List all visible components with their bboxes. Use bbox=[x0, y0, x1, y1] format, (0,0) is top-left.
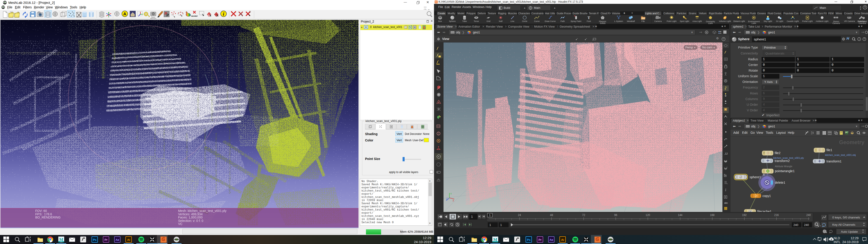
svg-text:48: 48 bbox=[550, 214, 553, 217]
svg-text:Ps: Ps bbox=[527, 238, 530, 242]
svg-text:216: 216 bbox=[774, 214, 779, 217]
svg-text:120: 120 bbox=[646, 214, 650, 217]
svg-text:file2: file2 bbox=[775, 151, 780, 155]
svg-text:transform2: transform2 bbox=[775, 159, 790, 163]
svg-text:copy1: copy1 bbox=[763, 194, 771, 198]
svg-text:MAYA: MAYA bbox=[60, 242, 63, 243]
svg-text:Ae: Ae bbox=[550, 238, 553, 242]
svg-text:INTL: INTL bbox=[834, 240, 841, 244]
svg-text:240: 240 bbox=[794, 223, 798, 226]
svg-text:file1: file1 bbox=[827, 148, 832, 152]
svg-text:A: A bbox=[123, 11, 126, 16]
svg-text:i: i bbox=[859, 38, 860, 40]
svg-text:transform1: transform1 bbox=[827, 159, 842, 163]
svg-text:Z: Z bbox=[446, 198, 447, 200]
svg-text:12:29: 12:29 bbox=[850, 236, 859, 240]
svg-text:Y: Y bbox=[450, 193, 452, 195]
svg-text:168: 168 bbox=[710, 214, 715, 217]
svg-text:1: 1 bbox=[489, 223, 491, 226]
svg-text:T: T bbox=[587, 16, 590, 20]
svg-text:Pr: Pr bbox=[104, 238, 107, 242]
svg-text:1: 1 bbox=[500, 223, 502, 226]
svg-text:?: ? bbox=[864, 6, 866, 9]
svg-text:1: 1 bbox=[471, 215, 473, 218]
svg-text:Auto Update: Auto Update bbox=[841, 230, 858, 233]
svg-text:96: 96 bbox=[614, 214, 617, 217]
svg-text:72: 72 bbox=[582, 214, 585, 217]
svg-text:24: 24 bbox=[518, 214, 521, 217]
svg-text:delete1: delete1 bbox=[775, 181, 785, 184]
svg-text:NLD: NLD bbox=[834, 236, 840, 240]
svg-text:X: X bbox=[453, 200, 454, 202]
svg-text:Ps: Ps bbox=[93, 238, 96, 242]
svg-text:P: P bbox=[166, 13, 169, 18]
svg-text:Ai: Ai bbox=[127, 238, 130, 242]
svg-text:Key All Channels: Key All Channels bbox=[832, 223, 855, 226]
svg-text:filecache1: filecache1 bbox=[757, 210, 772, 212]
svg-text:Alignment: Alignment bbox=[150, 18, 156, 19]
svg-text:,12: ,12 bbox=[724, 152, 727, 155]
svg-text:144: 144 bbox=[678, 214, 682, 217]
svg-text:240: 240 bbox=[806, 214, 811, 217]
svg-text:Attribute Wrangle: Attribute Wrangle bbox=[775, 165, 793, 167]
svg-text:sphere1: sphere1 bbox=[749, 175, 761, 179]
svg-text:GEOREF: GEOREF bbox=[191, 16, 198, 17]
svg-text:kitchen_scan_test_v001.obj: kitchen_scan_test_v001.obj bbox=[825, 154, 856, 156]
svg-text:?: ? bbox=[723, 38, 724, 40]
svg-text:1: 1 bbox=[489, 214, 491, 217]
svg-text:24-10-2019: 24-10-2019 bbox=[414, 240, 431, 244]
svg-text:12:29: 12:29 bbox=[423, 236, 431, 240]
svg-text:?: ? bbox=[864, 38, 865, 40]
svg-text:Ai: Ai bbox=[561, 238, 564, 242]
svg-text:M: M bbox=[493, 237, 497, 242]
svg-text:0 keys, 0/0 channels: 0 keys, 0/0 channels bbox=[832, 216, 860, 219]
svg-text:24-10-2019: 24-10-2019 bbox=[842, 240, 859, 244]
svg-text:i: i bbox=[223, 11, 224, 17]
svg-text:240: 240 bbox=[804, 223, 809, 226]
svg-text:abc: abc bbox=[724, 202, 728, 204]
svg-text:Pr: Pr bbox=[538, 238, 541, 242]
svg-text:pointwrangle1: pointwrangle1 bbox=[775, 169, 795, 173]
svg-text:192: 192 bbox=[742, 214, 747, 217]
svg-text:Ae: Ae bbox=[116, 238, 119, 242]
